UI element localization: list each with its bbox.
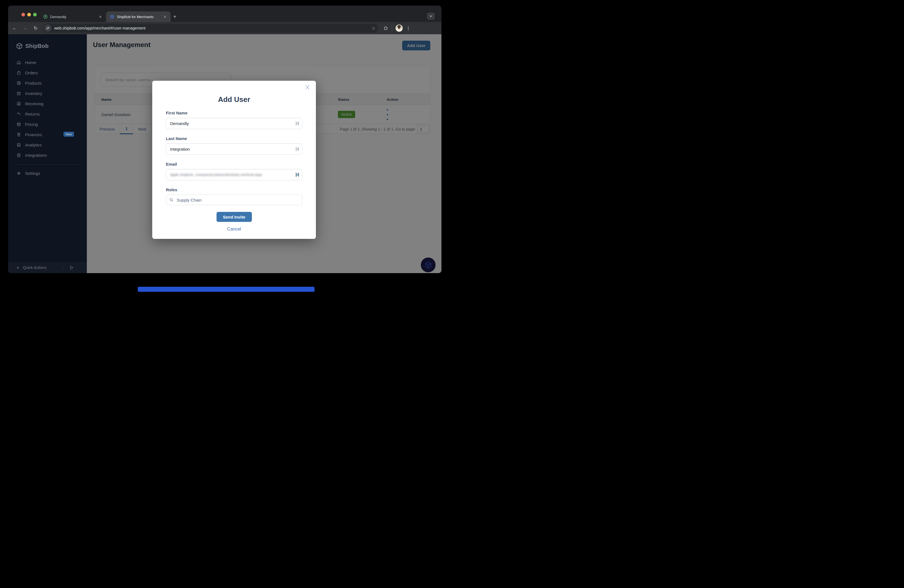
receiving-inbox-icon bbox=[16, 101, 21, 106]
chevron-down-icon bbox=[429, 14, 433, 18]
sidebar-item-returns[interactable]: Returns bbox=[8, 109, 87, 119]
new-tab-button[interactable]: + bbox=[171, 11, 179, 22]
tab-shipbob-for-merchants[interactable]: ShipBob for Merchants ✕ bbox=[106, 11, 171, 22]
extensions-icon[interactable] bbox=[383, 26, 388, 31]
sidebar-item-orders[interactable]: Orders bbox=[8, 68, 87, 78]
last-name-label: Last Name bbox=[166, 136, 302, 141]
logout-icon[interactable] bbox=[69, 266, 74, 270]
sidebar-item-pricing[interactable]: Pricing bbox=[8, 119, 87, 130]
sidebar: ShipBob Home Orders Products Inventory bbox=[8, 34, 87, 273]
close-icon[interactable] bbox=[305, 85, 310, 90]
new-badge: New bbox=[63, 132, 74, 137]
cancel-link[interactable]: Cancel bbox=[166, 227, 302, 232]
macos-close-button[interactable] bbox=[21, 13, 25, 16]
shipbob-cube-icon bbox=[16, 43, 23, 49]
autofill-icon bbox=[296, 121, 299, 126]
email-label: Email bbox=[166, 162, 302, 166]
roles-label: Roles bbox=[166, 187, 302, 192]
last-name-field[interactable] bbox=[166, 143, 302, 155]
products-list-icon bbox=[16, 81, 21, 85]
forward-button[interactable]: → bbox=[21, 25, 29, 31]
pricing-calculator-icon bbox=[16, 122, 21, 126]
autofill-icon bbox=[296, 147, 299, 152]
first-name-field[interactable] bbox=[166, 118, 302, 129]
add-user-modal: Add User First Name Last Name Email Role… bbox=[152, 81, 316, 239]
autofill-icon bbox=[296, 172, 299, 177]
sidebar-item-home[interactable]: Home bbox=[8, 57, 87, 68]
search-icon bbox=[169, 198, 174, 202]
tab-title: ShipBob for Merchants bbox=[117, 15, 160, 19]
sidebar-divider bbox=[16, 164, 79, 164]
email-field[interactable] bbox=[166, 169, 302, 180]
settings-gear-icon bbox=[16, 171, 21, 175]
sidebar-item-settings[interactable]: Settings bbox=[8, 168, 87, 179]
quickbar-divider bbox=[63, 266, 63, 270]
tab-demandly[interactable]: Demandly ✕ bbox=[39, 11, 106, 22]
tune-icon bbox=[46, 26, 50, 30]
tab-close-icon[interactable]: ✕ bbox=[98, 15, 103, 19]
shipbob-logo: ShipBob bbox=[8, 34, 87, 49]
finances-receipt-icon bbox=[16, 132, 21, 137]
reload-button[interactable]: ↻ bbox=[32, 25, 40, 31]
profile-avatar[interactable] bbox=[395, 24, 403, 32]
analytics-chart-icon bbox=[16, 142, 21, 147]
sidebar-item-integrations[interactable]: Integrations bbox=[8, 150, 87, 160]
browser-toolbar: ← → ↻ web.shipbob.com/app/merchant/#/use… bbox=[8, 22, 441, 34]
back-button[interactable]: ← bbox=[10, 25, 19, 31]
orders-bag-icon bbox=[16, 70, 21, 75]
sidebar-item-analytics[interactable]: Analytics bbox=[8, 140, 87, 150]
returns-rotate-icon bbox=[16, 112, 21, 116]
sidebar-item-finances[interactable]: Finances New bbox=[8, 130, 87, 140]
background-window-strip bbox=[138, 287, 315, 292]
tab-search-button[interactable] bbox=[427, 13, 435, 20]
shipbob-favicon bbox=[110, 14, 114, 19]
modal-title: Add User bbox=[166, 95, 302, 104]
macos-zoom-button[interactable] bbox=[33, 13, 37, 16]
sidebar-item-products[interactable]: Products bbox=[8, 78, 87, 88]
address-bar[interactable]: web.shipbob.com/app/merchant/#/user-mana… bbox=[43, 24, 378, 33]
browser-menu-icon[interactable]: ⋮ bbox=[406, 25, 411, 31]
home-icon bbox=[16, 60, 21, 65]
integrations-icon bbox=[16, 153, 21, 158]
sidebar-item-receiving[interactable]: Receiving bbox=[8, 98, 87, 109]
url-text[interactable]: web.shipbob.com/app/merchant/#/user-mana… bbox=[54, 26, 371, 30]
bookmark-star-icon[interactable]: ☆ bbox=[371, 25, 375, 31]
first-name-label: First Name bbox=[166, 111, 302, 115]
quick-actions-bar: Quick Actions bbox=[8, 262, 87, 273]
browser-window: Demandly ✕ ShipBob for Merchants ✕ + ← →… bbox=[8, 6, 441, 273]
site-info-button[interactable] bbox=[44, 24, 52, 32]
tab-title: Demandly bbox=[50, 15, 95, 19]
sidebar-item-inventory[interactable]: Inventory bbox=[8, 88, 87, 98]
lightning-icon bbox=[16, 266, 20, 270]
send-invite-button[interactable]: Send Invite bbox=[217, 212, 252, 222]
tab-close-icon[interactable]: ✕ bbox=[163, 15, 167, 19]
demandly-favicon bbox=[43, 14, 47, 19]
puzzle-icon bbox=[383, 26, 388, 31]
inventory-box-icon bbox=[16, 91, 21, 96]
roles-field[interactable] bbox=[166, 194, 302, 205]
quick-actions-label[interactable]: Quick Actions bbox=[23, 266, 46, 270]
macos-minimize-button[interactable] bbox=[27, 13, 31, 16]
tab-strip: Demandly ✕ ShipBob for Merchants ✕ + bbox=[8, 6, 441, 22]
